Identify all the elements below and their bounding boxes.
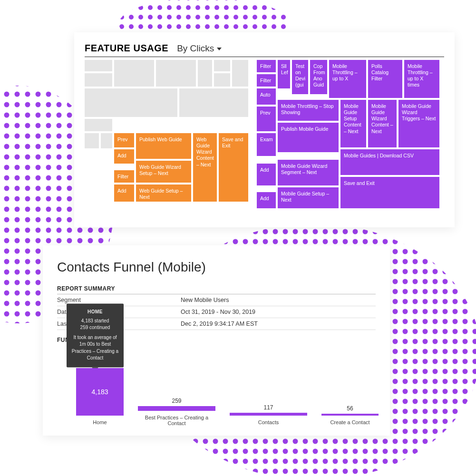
funnel-step-value: 56 bbox=[347, 405, 353, 412]
tooltip-line: 259 continued bbox=[71, 324, 119, 331]
feature-usage-filter-dropdown[interactable]: By Clicks bbox=[177, 43, 222, 54]
summary-value: New Mobile Users bbox=[181, 297, 229, 303]
treemap-tile-add[interactable]: Add bbox=[114, 185, 134, 202]
treemap-tile[interactable]: Mobile Throttling – up to X times bbox=[404, 60, 439, 98]
treemap-tile-auto[interactable]: Auto bbox=[257, 88, 276, 105]
treemap-tile-add[interactable]: Add bbox=[257, 164, 276, 185]
funnel-step-label: Best Practices – Creating a Contact bbox=[138, 415, 215, 426]
funnel-step[interactable]: 56Create a Contact bbox=[321, 405, 379, 426]
treemap-tile[interactable] bbox=[198, 60, 212, 87]
treemap-tile[interactable] bbox=[101, 133, 112, 148]
summary-value: Dec 2, 2019 9:34:17 AM EST bbox=[181, 321, 258, 327]
funnel-bar bbox=[230, 413, 307, 416]
contacts-funnel-card: Contacts Funnel (Mobile) REPORT SUMMARY … bbox=[43, 245, 390, 436]
treemap-tile[interactable] bbox=[85, 119, 112, 131]
treemap-tile-filter[interactable]: Filter bbox=[257, 60, 276, 72]
treemap-tile[interactable] bbox=[85, 60, 112, 71]
report-summary-heading: REPORT SUMMARY bbox=[57, 285, 376, 294]
filter-label: By Clicks bbox=[177, 43, 214, 54]
treemap-tile[interactable]: Save and Exit bbox=[340, 177, 439, 208]
funnel-step[interactable]: 117Contacts bbox=[230, 404, 307, 426]
treemap-tile-filter[interactable]: Filter bbox=[257, 74, 276, 87]
funnel-step-label: Home bbox=[76, 419, 124, 426]
treemap-tile[interactable] bbox=[85, 88, 177, 117]
treemap-tile[interactable]: Mobile Guide Setup – Next bbox=[278, 187, 339, 208]
funnel-bar bbox=[321, 414, 379, 416]
treemap-tile[interactable]: Sll Lef bbox=[278, 60, 290, 88]
treemap: Prev Add Filter Add Publish Web Guide We… bbox=[85, 60, 444, 212]
treemap-tile[interactable]: Cop From Ano Guid bbox=[310, 60, 327, 94]
treemap-tile[interactable]: Mobile Guide Wizard Triggers – Next bbox=[398, 100, 439, 147]
funnel-bar: 4,183 bbox=[76, 368, 124, 416]
treemap-tile-prev[interactable]: Prev bbox=[114, 133, 134, 147]
tooltip-line: 4,183 started bbox=[71, 317, 119, 324]
treemap-tile[interactable]: Publish Mobile Guide bbox=[278, 123, 339, 152]
treemap-tile[interactable] bbox=[85, 73, 112, 87]
treemap-tile[interactable] bbox=[179, 88, 248, 117]
funnel-tooltip: HOME 4,183 started 259 continued It took… bbox=[67, 304, 124, 368]
funnel-step-label: Contacts bbox=[230, 419, 307, 426]
funnel-step[interactable]: 4,183Home bbox=[76, 368, 124, 426]
funnel-title: Contacts Funnel (Mobile) bbox=[57, 260, 376, 275]
treemap-tile[interactable]: Test on Devi (gui bbox=[292, 60, 308, 94]
treemap-tile[interactable] bbox=[85, 133, 99, 148]
treemap-tile-prev[interactable]: Prev bbox=[257, 107, 276, 131]
tooltip-title: HOME bbox=[71, 309, 119, 316]
treemap-tile-web-setup[interactable]: Web Guide Setup – Next bbox=[136, 185, 191, 202]
funnel-bar bbox=[138, 406, 215, 411]
feature-usage-title: FEATURE USAGE bbox=[85, 43, 168, 54]
tooltip-line: It took an average of 1m 00s to Best Pra… bbox=[71, 334, 119, 361]
treemap-tile-exam[interactable]: Exam bbox=[257, 133, 276, 156]
funnel-step[interactable]: 259Best Practices – Creating a Contact bbox=[138, 398, 215, 426]
treemap-tile-save-exit[interactable]: Save and Exit bbox=[219, 133, 248, 202]
treemap-tile[interactable]: Polls Catalog Filter bbox=[368, 60, 402, 98]
treemap-tile-add[interactable]: Add bbox=[257, 192, 276, 208]
treemap-tile[interactable] bbox=[114, 60, 154, 87]
treemap-tile[interactable] bbox=[214, 60, 230, 71]
treemap-tile-add[interactable]: Add bbox=[114, 149, 134, 164]
feature-usage-card: FEATURE USAGE By Clicks bbox=[74, 32, 455, 227]
treemap-tile[interactable]: Mobile Guide Wizard Segment – Next bbox=[278, 160, 339, 185]
funnel-step-value: 259 bbox=[172, 398, 181, 404]
summary-label: Segment bbox=[57, 297, 181, 303]
treemap-tile[interactable]: Mobile Guides | Download CSV bbox=[340, 149, 439, 175]
treemap-tile[interactable]: Mobile Throttling – up to X bbox=[329, 60, 366, 98]
treemap-tile-web-wizard-setup[interactable]: Web Guide Wizard Setup – Next bbox=[136, 161, 191, 183]
treemap-tile-filter[interactable]: Filter bbox=[114, 170, 134, 183]
treemap-tile-web-wizard-content[interactable]: Web Guide Wizard Content – Next bbox=[193, 133, 217, 202]
funnel-step-value: 117 bbox=[263, 404, 273, 411]
treemap-tile[interactable] bbox=[214, 73, 230, 87]
treemap-tile[interactable]: Mobile Throttling – Stop Showing bbox=[278, 100, 339, 121]
treemap-tile[interactable] bbox=[156, 60, 196, 87]
funnel-step-label: Create a Contact bbox=[321, 419, 379, 426]
treemap-tile[interactable]: Mobile Guide Wizard Content – Next bbox=[368, 100, 397, 147]
treemap-tile-publish-web[interactable]: Publish Web Guide bbox=[136, 133, 191, 159]
treemap-tile[interactable]: Mobile Guide Setup Content – Next bbox=[340, 100, 366, 147]
treemap-tile[interactable] bbox=[232, 60, 248, 87]
funnel-chart: HOME 4,183 started 259 continued It took… bbox=[57, 350, 376, 426]
chevron-down-icon bbox=[217, 48, 222, 50]
summary-value: Oct 31, 2019 - Nov 30, 2019 bbox=[181, 309, 255, 315]
